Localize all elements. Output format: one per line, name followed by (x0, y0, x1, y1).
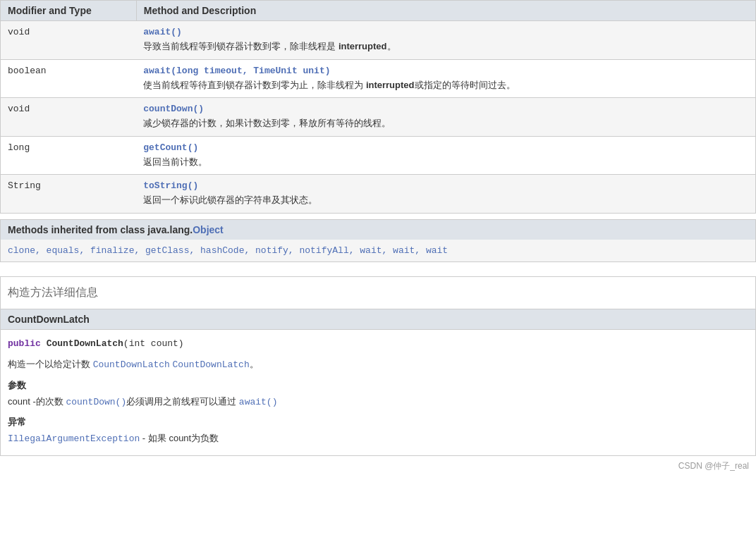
row-method-cell: countDown() 减少锁存器的计数，如果计数达到零，释放所有等待的线程。 (136, 98, 755, 137)
param-name: count (8, 396, 30, 407)
method-name[interactable]: await(long timeout, TimeUnit unit) (143, 66, 748, 76)
page-wrapper: Modifier and Type Method and Description… (0, 0, 756, 476)
exception-class[interactable]: IllegalArgumentException (8, 433, 140, 444)
table-row: void await() 导致当前线程等到锁存器计数到零，除非线程是 inter… (1, 21, 756, 60)
constructor-desc-before: 构造一个以给定计数 (8, 359, 93, 369)
exception-label: 异常 (8, 416, 748, 429)
col-modifier-header: Modifier and Type (1, 1, 137, 21)
table-row: String toString() 返回一个标识此锁存器的字符串及其状态。 (1, 175, 756, 214)
param-method2[interactable]: await() (239, 397, 278, 407)
signature-public: public (8, 338, 41, 349)
row-modifier: String (1, 175, 137, 214)
method-name[interactable]: countDown() (143, 104, 748, 114)
param-row: count -的次数 countDown()必须调用之前线程可以通过 await… (8, 395, 748, 410)
method-desc: 使当前线程等待直到锁存器计数到零为止，除非线程为 interrupted或指定的… (143, 80, 515, 90)
method-name[interactable]: await() (143, 27, 748, 37)
constructor-link1[interactable]: CountDownLatch (93, 359, 170, 370)
constructor-desc: 构造一个以给定计数 CountDownLatch CountDownLatch。 (8, 357, 748, 373)
constructor-body: public CountDownLatch(int count) 构造一个以给定… (1, 330, 755, 455)
row-method-cell: toString() 返回一个标识此锁存器的字符串及其状态。 (136, 175, 755, 214)
inherited-body: clone, equals, finalize, getClass, hashC… (1, 240, 755, 261)
inherited-header-link[interactable]: Object (193, 224, 224, 235)
method-desc-bold: interrupted (366, 80, 415, 90)
param-label: 参数 (8, 379, 748, 392)
signature-class: CountDownLatch (47, 338, 123, 349)
exception-desc: - 如果 count为负数 (140, 433, 219, 443)
row-modifier: void (1, 21, 137, 60)
param-desc-middle: 必须调用之前线程可以通过 (126, 396, 239, 407)
constructor-detail-section: 构造方法详细信息 CountDownLatch public CountDown… (0, 276, 756, 456)
constructor-link2[interactable]: CountDownLatch (172, 359, 249, 370)
param-method[interactable]: countDown() (66, 397, 126, 407)
method-desc: 返回当前计数。 (143, 156, 207, 167)
constructor-header: CountDownLatch (1, 309, 755, 330)
section-title: 构造方法详细信息 (1, 277, 755, 309)
method-name[interactable]: getCount() (143, 142, 748, 153)
method-desc-bold: interrupted (339, 41, 387, 51)
method-desc: 导致当前线程等到锁存器计数到零，除非线程是 interrupted。 (143, 41, 396, 51)
constructor-desc-after: 。 (250, 359, 259, 369)
exception-row: IllegalArgumentException - 如果 count为负数 (8, 431, 748, 447)
method-name[interactable]: toString() (143, 180, 748, 191)
table-row: boolean await(long timeout, TimeUnit uni… (1, 59, 756, 98)
row-method-cell: await(long timeout, TimeUnit unit) 使当前线程… (136, 59, 755, 98)
row-modifier: void (1, 98, 137, 137)
inherited-section: Methods inherited from class java.lang.O… (0, 219, 756, 262)
row-modifier: boolean (1, 59, 137, 98)
col-method-header: Method and Description (136, 1, 755, 21)
row-modifier: long (1, 136, 137, 175)
constructor-signature: public CountDownLatch(int count) (8, 338, 748, 349)
param-desc-before: -的次数 (30, 396, 66, 407)
table-row: void countDown() 减少锁存器的计数，如果计数达到零，释放所有等待… (1, 98, 756, 137)
method-desc: 减少锁存器的计数，如果计数达到零，释放所有等待的线程。 (143, 118, 391, 128)
inherited-header-text: Methods inherited from class java.lang. (8, 224, 193, 235)
row-method-cell: await() 导致当前线程等到锁存器计数到零，除非线程是 interrupte… (136, 21, 755, 60)
footer: CSDN @仲子_real (0, 456, 756, 476)
inherited-header: Methods inherited from class java.lang.O… (1, 220, 755, 240)
method-desc: 返回一个标识此锁存器的字符串及其状态。 (143, 195, 317, 205)
methods-table-section: Modifier and Type Method and Description… (0, 0, 756, 262)
method-summary-table: Modifier and Type Method and Description… (0, 0, 756, 214)
signature-params: (int count) (123, 338, 184, 349)
table-row: long getCount() 返回当前计数。 (1, 136, 756, 175)
row-method-cell: getCount() 返回当前计数。 (136, 136, 755, 175)
